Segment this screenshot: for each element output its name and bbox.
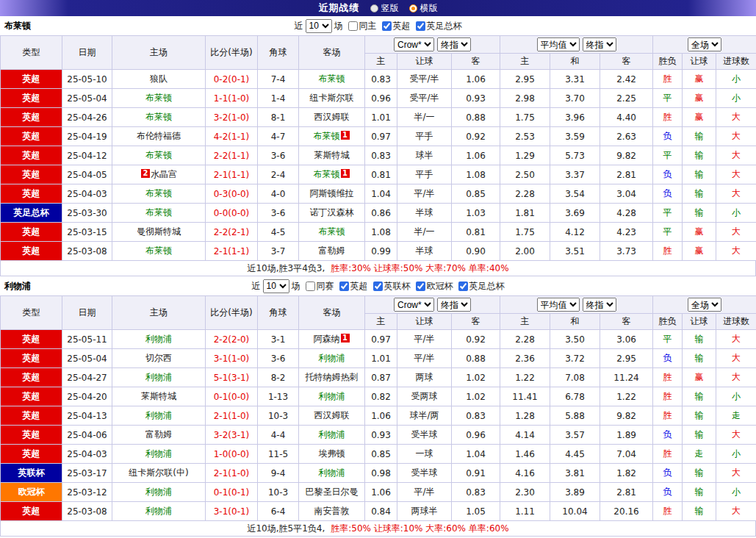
filter-checkbox[interactable]: 英超 — [336, 280, 368, 293]
away-odds: 0.88 — [452, 349, 500, 368]
avg-away-odds: 4.40 — [600, 108, 653, 127]
avg-away-odds: 2.42 — [600, 70, 653, 89]
odds-source-select[interactable]: Crow* — [394, 298, 434, 312]
checkbox-label: 同赛 — [317, 280, 334, 293]
corner-count: 4-0 — [258, 184, 299, 204]
column-header: 日期 — [62, 36, 112, 70]
result-handicap: 输 — [683, 464, 716, 483]
filter-checkbox[interactable]: 欧冠杯 — [413, 280, 453, 293]
avg-odds-select[interactable]: 平均值 — [537, 37, 580, 51]
radio-checked-icon[interactable] — [409, 4, 417, 12]
team-name: 利物浦 — [4, 280, 31, 293]
league-type-badge: 英联杯 — [1, 464, 62, 483]
avg-away-odds: 3.04 — [600, 184, 653, 204]
odds-source-select[interactable]: 终指 — [437, 298, 471, 312]
column-header: 主场 — [112, 296, 206, 330]
away-odds: 1.06 — [452, 70, 500, 89]
avg-home-odds: 1.22 — [500, 368, 550, 387]
result-goals: 大 — [716, 127, 756, 146]
avg-home-odds: 1.81 — [500, 204, 550, 223]
checkbox-input[interactable] — [416, 21, 425, 31]
checkbox-input[interactable] — [306, 281, 315, 291]
handicap-line: 受平/半 — [397, 70, 452, 89]
fulltime-group: 全场 — [653, 296, 756, 314]
home-team: 利物浦 — [112, 330, 206, 349]
match-count-select[interactable]: 10 — [263, 279, 289, 293]
filter-checkbox[interactable]: 英超 — [379, 20, 411, 32]
corner-count: 10-3 — [258, 483, 299, 502]
fulltime-select[interactable]: 全场 — [688, 37, 721, 51]
avg-odds-select[interactable]: 终指 — [583, 298, 616, 312]
avg-odds-select[interactable]: 平均值 — [537, 298, 580, 312]
sub-column-header: 让球 — [683, 314, 716, 330]
checkbox-input[interactable] — [339, 281, 349, 291]
checkbox-input[interactable] — [416, 281, 425, 291]
result-handicap: 赢 — [683, 89, 716, 108]
away-team: 利物浦 — [299, 387, 365, 406]
corner-count: 6-4 — [258, 502, 299, 521]
match-row: 欧冠杯25-03-12利物浦0-1(0-1)10-3巴黎圣日尔曼1.06平/半0… — [1, 483, 756, 502]
filter-checkbox[interactable]: 英足总杯 — [456, 280, 505, 293]
away-odds: 0.92 — [452, 127, 500, 146]
checkbox-input[interactable] — [382, 21, 392, 31]
result-handicap: 输 — [683, 483, 716, 502]
home-team: 纽卡斯尔联(中) — [112, 464, 206, 483]
checkbox-input[interactable] — [458, 281, 468, 291]
filter-checkbox[interactable]: 同赛 — [303, 280, 334, 293]
filter-checkbox[interactable]: 英联杯 — [370, 280, 411, 293]
filter-checkbox[interactable]: 同主 — [345, 20, 377, 32]
avg-away-odds: 2.63 — [600, 127, 653, 146]
away-odds: 0.90 — [452, 242, 500, 261]
home-odds: 0.83 — [365, 146, 397, 165]
avg-away-odds: 2.95 — [600, 349, 653, 368]
odds-source-select[interactable]: Crow* — [394, 37, 434, 51]
avg-odds-select[interactable]: 终指 — [583, 37, 616, 51]
away-team-name: 西汉姆联 — [314, 112, 350, 122]
red-card-badge: 2 — [141, 169, 150, 178]
filter-checkbox[interactable]: 英足总杯 — [413, 20, 462, 32]
avg-home-odds: 1.28 — [500, 406, 550, 426]
odds-source-select[interactable]: 终指 — [437, 37, 471, 51]
result-goals: 走 — [716, 406, 756, 426]
near-label: 近 — [252, 280, 261, 293]
away-odds: 0.83 — [452, 483, 500, 502]
result-outcome: 胜 — [653, 406, 683, 426]
avg-draw-odds: 3.70 — [550, 89, 600, 108]
league-type-badge: 英超 — [1, 387, 62, 406]
corner-count: 4-4 — [258, 426, 299, 445]
match-score: 2-2(2-1) — [206, 223, 258, 242]
result-goals: 大 — [716, 330, 756, 349]
team-filter-bar: 利物浦近10场同赛英超英联杯欧冠杯英足总杯 — [0, 276, 756, 295]
away-team: 利物浦 — [299, 464, 365, 483]
checkbox-input[interactable] — [373, 281, 383, 291]
away-team-name: 布莱顿 — [314, 131, 340, 141]
games-label: 场 — [292, 280, 300, 293]
avg-home-odds: 1.11 — [500, 502, 550, 521]
league-type-badge: 英超 — [1, 127, 62, 146]
layout-vertical-option[interactable]: 竖版 — [370, 2, 399, 15]
handicap-line: 受半球 — [397, 426, 452, 445]
avg-draw-odds: 5.73 — [550, 146, 600, 165]
match-date: 25-04-03 — [62, 184, 112, 204]
result-outcome: 负 — [653, 127, 683, 146]
away-team: 纽卡斯尔联 — [299, 89, 365, 108]
avg-home-odds: 4.14 — [500, 426, 550, 445]
result-handicap: 赢 — [683, 108, 716, 127]
home-team: 布莱顿 — [112, 89, 206, 108]
avg-draw-odds: 5.88 — [550, 406, 600, 426]
match-date: 25-04-12 — [62, 146, 112, 165]
match-count-select[interactable]: 10 — [306, 19, 332, 33]
avg-away-odds: 1.82 — [600, 464, 653, 483]
home-team-name: 利物浦 — [145, 372, 172, 382]
checkbox-label: 英超 — [350, 280, 368, 293]
fulltime-select[interactable]: 全场 — [688, 298, 721, 312]
away-odds: 0.85 — [452, 184, 500, 204]
radio-unchecked-icon[interactable] — [370, 4, 378, 12]
avg-draw-odds: 3.89 — [550, 483, 600, 502]
sub-column-header: 和 — [550, 314, 600, 330]
avg-draw-odds: 3.37 — [550, 165, 600, 184]
layout-horizontal-option[interactable]: 横版 — [409, 2, 438, 15]
checkbox-input[interactable] — [348, 21, 358, 31]
away-team: 托特纳姆热刺 — [299, 368, 365, 387]
home-odds: 0.81 — [365, 165, 397, 184]
